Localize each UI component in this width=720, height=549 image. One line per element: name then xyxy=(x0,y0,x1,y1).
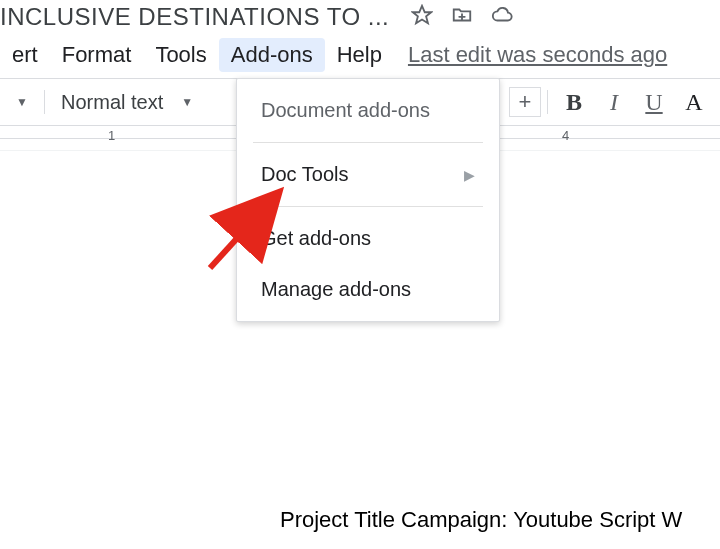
dropdown-label: Document add-ons xyxy=(261,99,430,122)
cloud-status-icon[interactable] xyxy=(491,4,513,30)
menu-addons[interactable]: Add-ons xyxy=(219,38,325,72)
menu-help[interactable]: Help xyxy=(325,38,394,72)
toolbar-separator xyxy=(547,90,548,114)
dropdown-get-addons[interactable]: Get add-ons xyxy=(237,213,499,264)
menu-bar: ert Format Tools Add-ons Help Last edit … xyxy=(0,34,720,72)
paragraph-style-dropdown[interactable]: Normal text ▼ xyxy=(51,91,203,114)
svg-marker-0 xyxy=(413,6,431,23)
title-bar: INCLUSIVE DESTINATIONS TO ... xyxy=(0,0,720,34)
dropdown-label: Get add-ons xyxy=(261,227,371,250)
italic-button[interactable]: I xyxy=(594,86,634,118)
toolbar-separator xyxy=(44,90,45,114)
dropdown-separator xyxy=(253,142,483,143)
submenu-arrow-icon: ▶ xyxy=(464,167,475,183)
font-size-increase-button[interactable]: + xyxy=(509,87,541,117)
dropdown-manage-addons[interactable]: Manage add-ons xyxy=(237,264,499,315)
underline-button[interactable]: U xyxy=(634,86,674,118)
addons-dropdown: Document add-ons Doc Tools ▶ Get add-ons… xyxy=(236,78,500,322)
star-icon[interactable] xyxy=(411,4,433,30)
dropdown-label: Manage add-ons xyxy=(261,278,411,301)
dropdown-separator xyxy=(253,206,483,207)
menu-insert[interactable]: ert xyxy=(0,38,50,72)
ruler-mark-1: 1 xyxy=(108,128,115,143)
menu-format[interactable]: Format xyxy=(50,38,144,72)
toolbar-dropdown-caret[interactable]: ▼ xyxy=(6,86,38,118)
dropdown-document-addons[interactable]: Document add-ons xyxy=(237,85,499,136)
text-color-button[interactable]: A xyxy=(674,86,714,118)
title-action-icons xyxy=(411,4,513,30)
dropdown-doc-tools[interactable]: Doc Tools ▶ xyxy=(237,149,499,200)
document-title[interactable]: INCLUSIVE DESTINATIONS TO ... xyxy=(0,3,389,31)
last-edit-link[interactable]: Last edit was seconds ago xyxy=(408,42,667,68)
doc-body-line: Project Title Campaign: Youtube Script W xyxy=(280,507,682,533)
dropdown-label: Doc Tools xyxy=(261,163,348,186)
chevron-down-icon: ▼ xyxy=(181,95,193,109)
paragraph-style-label: Normal text xyxy=(61,91,163,114)
ruler-mark-4: 4 xyxy=(562,128,569,143)
bold-button[interactable]: B xyxy=(554,86,594,118)
menu-tools[interactable]: Tools xyxy=(143,38,218,72)
move-folder-icon[interactable] xyxy=(451,4,473,30)
